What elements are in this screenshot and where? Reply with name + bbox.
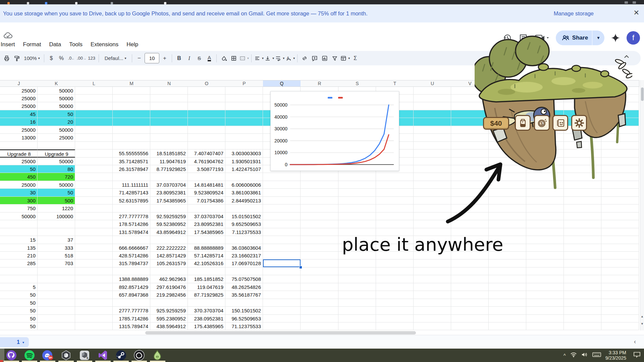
cell-K11[interactable]: 80 [38, 165, 75, 173]
cell-M16[interactable] [113, 204, 150, 213]
cell-R23[interactable] [301, 259, 338, 267]
cell-L27[interactable] [75, 291, 113, 299]
cell-J10[interactable]: 25000 [0, 158, 38, 165]
cell-S17[interactable] [338, 213, 376, 220]
cell-R31[interactable] [301, 322, 338, 330]
cell-U25[interactable] [414, 275, 451, 283]
cell-R22[interactable] [301, 252, 338, 259]
cell-S28[interactable] [338, 299, 376, 307]
cell-Z29[interactable] [601, 307, 639, 315]
cell-N24[interactable] [150, 267, 188, 275]
scroll-up-icon[interactable]: ▲ [641, 315, 644, 318]
taskbar-app-avocado-app[interactable] [152, 350, 163, 361]
cell-X29[interactable] [526, 307, 564, 315]
horizontal-scrollbar-thumb[interactable] [145, 331, 416, 335]
cell-L10[interactable] [75, 158, 113, 165]
cell-V24[interactable] [451, 267, 489, 275]
cell-K17[interactable]: 100000 [38, 213, 75, 220]
cell-J7[interactable]: 13000 [0, 134, 38, 142]
cell-N3[interactable] [150, 102, 188, 110]
cell-N29[interactable]: 925.9259259 [150, 307, 188, 315]
taskbar-app-obs[interactable] [134, 350, 145, 361]
cell-W29[interactable] [489, 307, 526, 315]
cell-K14[interactable]: 50 [38, 189, 75, 197]
wifi-icon[interactable] [570, 352, 577, 359]
cell-R27[interactable] [301, 291, 338, 299]
cell-J1[interactable]: 25000 [0, 87, 38, 95]
cell-O13[interactable]: 14.81481481 [188, 181, 225, 189]
cell-T29[interactable] [376, 307, 414, 315]
cell-N9[interactable]: 18.51851852 [150, 149, 188, 158]
cell-N18[interactable]: 59.52380952 [150, 220, 188, 228]
cell-Z30[interactable] [601, 315, 639, 322]
cell-O2[interactable] [188, 95, 225, 102]
cell-Y17[interactable] [564, 213, 601, 220]
browser-favicon[interactable] [111, 2, 113, 4]
cell-T26[interactable] [376, 283, 414, 291]
cell-V26[interactable] [451, 283, 489, 291]
comment-add-icon[interactable] [310, 53, 319, 63]
cell-N15[interactable]: 17.54385965 [150, 197, 188, 204]
cell-Q15[interactable] [263, 197, 301, 204]
cell-L9[interactable] [75, 149, 113, 158]
cell-Z15[interactable] [601, 197, 639, 204]
cell-K13[interactable]: 50000 [38, 181, 75, 189]
vertical-scrollbar[interactable]: ▲ ▼ [640, 80, 644, 330]
cell-Y16[interactable] [564, 204, 601, 213]
column-header-L[interactable]: L [75, 80, 113, 87]
insert-chart-icon[interactable] [320, 53, 329, 63]
currency-icon[interactable]: $ [47, 53, 56, 63]
percent-icon[interactable]: % [57, 53, 66, 63]
game-shop-coin-button[interactable]: $ [534, 115, 550, 131]
cell-L22[interactable] [75, 252, 113, 259]
cell-L11[interactable] [75, 165, 113, 173]
cell-L16[interactable] [75, 204, 113, 213]
cell-J4[interactable]: 45 [0, 110, 38, 118]
cell-L13[interactable] [75, 181, 113, 189]
cell-R15[interactable] [301, 197, 338, 204]
cell-N28[interactable] [150, 299, 188, 307]
cell-R24[interactable] [301, 267, 338, 275]
cell-X15[interactable] [526, 197, 564, 204]
cell-M29[interactable]: 2777.777778 [113, 307, 150, 315]
paint-format-icon[interactable] [12, 53, 21, 63]
cell-O20[interactable] [188, 236, 225, 244]
cell-O9[interactable]: 7.407407407 [188, 149, 225, 158]
cell-Z27[interactable] [601, 291, 639, 299]
cell-N1[interactable] [150, 87, 188, 95]
cell-L23[interactable] [75, 259, 113, 267]
format-123-icon[interactable]: 123 [87, 53, 96, 63]
cell-J31[interactable]: 50 [0, 322, 38, 330]
cell-K20[interactable]: 37 [38, 236, 75, 244]
v-align-icon[interactable]: ▾ [264, 53, 274, 63]
sheet-tab-active[interactable]: 1 ▾ [0, 337, 29, 347]
cell-Q14[interactable] [263, 189, 301, 197]
cell-N21[interactable]: 222.2222222 [150, 244, 188, 252]
cell-O15[interactable]: 7.01754386 [188, 197, 225, 204]
cell-L20[interactable] [75, 236, 113, 244]
cell-M14[interactable]: 71.42857143 [113, 189, 150, 197]
cell-Q12[interactable] [263, 173, 301, 181]
cell-W26[interactable] [489, 283, 526, 291]
cell-L18[interactable] [75, 220, 113, 228]
cell-J16[interactable]: 750 [0, 204, 38, 213]
cell-P2[interactable] [225, 95, 263, 102]
cell-Q21[interactable] [263, 244, 301, 252]
cell-Y18[interactable] [564, 220, 601, 228]
cell-P10[interactable]: 1.930501931 [225, 158, 263, 165]
cell-K25[interactable] [38, 275, 75, 283]
cell-O26[interactable]: 119.047619 [188, 283, 225, 291]
cell-T12[interactable] [376, 173, 414, 181]
cell-J6[interactable]: 25000 [0, 126, 38, 134]
strikethrough-icon[interactable]: S [195, 53, 204, 63]
cell-T16[interactable] [376, 204, 414, 213]
cell-P8[interactable] [225, 142, 263, 149]
cell-L28[interactable] [75, 299, 113, 307]
cell-S23[interactable] [338, 259, 376, 267]
cell-O18[interactable]: 23.80952381 [188, 220, 225, 228]
cell-S15[interactable] [338, 197, 376, 204]
cell-J5[interactable]: 16 [0, 118, 38, 126]
cell-T31[interactable] [376, 322, 414, 330]
text-color-icon[interactable]: A [205, 53, 214, 63]
cell-O23[interactable]: 42.10526316 [188, 259, 225, 267]
